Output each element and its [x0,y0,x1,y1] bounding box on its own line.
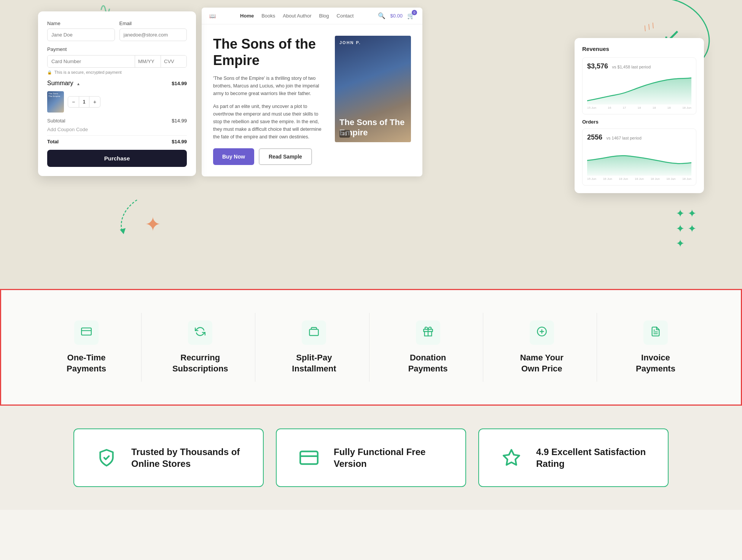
total-label: Total [47,139,59,144]
card-cvv-input[interactable] [161,56,186,67]
cart-badge: 0 [412,10,417,15]
divider [47,135,187,136]
donation-icon-wrap [416,320,440,345]
read-sample-button[interactable]: Read Sample [259,148,312,165]
purchase-button[interactable]: Purchase [47,150,187,167]
card-number-input[interactable] [48,56,135,67]
product-row: The SonsThe Empire − 1 + [47,91,187,113]
revenue-chart-labels: 15 Jun 16 17 18 18 18 18 Jun [587,106,691,109]
card-inputs [47,55,187,68]
revenue-title: Revenues [582,46,696,52]
shield-check-icon [93,444,120,471]
feature-name-recurring: RecurringSubscriptions [172,352,228,374]
feature-item-recurring[interactable]: RecurringSubscriptions [145,313,255,382]
book-cover-badge: #1 [339,130,350,138]
svg-rect-11 [300,452,318,464]
revenue-stat-box: $3,576 vs $1,458 last period 15 Jun 16 [582,57,696,114]
nav-books[interactable]: Books [261,13,275,19]
feature-name-invoice: InvoicePayments [636,352,675,374]
revenue-chart [587,74,691,105]
quantity-increase-button[interactable]: + [89,97,100,107]
book-desc-1: 'The Sons of the Empire' is a thrilling … [213,75,327,97]
orders-compare: vs 1467 last period [607,136,642,140]
secure-text: 🔒 This is a secure, encrypted payment [47,70,187,75]
trust-text-free: Fully Functional Free Version [334,446,446,470]
one-time-icon-wrap [74,320,99,345]
product-thumb-text: The SonsThe Empire [47,91,64,99]
subtotal-label: Subtotal [47,118,65,124]
summary-header: Summary ▲ $14.99 [47,80,187,87]
invoice-doc-icon [650,326,661,339]
nav-contact[interactable]: Contact [337,13,354,19]
feature-name-name-price: Name YourOwn Price [520,352,564,374]
card-mmyy-input[interactable] [135,56,161,67]
bookstore-card: 📖 Home Books About Author Blog Contact 🔍… [202,8,422,176]
trust-section: Trusted by Thousands of Online Stores Fu… [0,406,742,510]
email-input[interactable] [119,29,187,41]
trust-card-trusted: Trusted by Thousands of Online Stores [73,428,264,487]
trust-text-trusted: Trusted by Thousands of Online Stores [131,446,244,470]
nav-home[interactable]: Home [240,13,254,19]
hero-section: ↙ ✦ ✦ ✦✦ ✦✦ ∿ / / / Name Email Payment 🔒 [0,0,742,289]
feature-item-split-pay[interactable]: Split-PayInstallment [259,313,369,382]
feature-item-invoice[interactable]: InvoicePayments [601,313,710,382]
name-input[interactable] [47,29,115,41]
product-thumbnail: The SonsThe Empire [47,91,64,113]
book-desc-2: As part of an elite unit, they uncover a… [213,103,327,141]
nav-links: Home Books About Author Blog Contact [240,13,353,19]
svg-rect-1 [81,328,91,335]
feature-name-donation: DonationPayments [408,352,448,374]
dollar-circle-icon [537,326,547,339]
total-row: Total $14.99 [47,139,187,144]
trust-card-free: Fully Functional Free Version [276,428,466,487]
revenue-compare: vs $1,458 last period [612,65,651,69]
book-info: The Sons of the Empire 'The Sons of the … [213,36,327,165]
bookstore-nav: 📖 Home Books About Author Blog Contact 🔍… [202,8,422,24]
stack-icon [309,326,319,339]
bookstore-content: The Sons of the Empire 'The Sons of the … [202,24,422,176]
svg-rect-3 [310,329,318,335]
svg-marker-0 [120,228,126,234]
orders-chart-labels: 15 Jun 16 Jun 18 Jun 18 Jun 18 Jun 18 Ju… [587,177,691,181]
nav-blog[interactable]: Blog [319,13,329,19]
revenue-amount: $3,576 [587,62,608,70]
payment-section: Payment 🔒 This is a secure, encrypted pa… [47,46,187,75]
svg-marker-13 [503,450,519,465]
features-section: One-TimePayments RecurringSubscriptions [0,289,742,406]
payment-label: Payment [47,46,187,52]
trust-text-rating: 4.9 Excellent Satisfaction Rating [536,446,649,470]
feature-item-one-time[interactable]: One-TimePayments [32,313,142,382]
book-actions: Buy Now Read Sample [213,148,327,165]
orders-stat-box: 2556 vs 1467 last period 15 Jun 16 Jun [582,128,696,186]
summary-caret: ▲ [76,82,80,86]
search-icon[interactable]: 🔍 [378,12,385,19]
buy-now-button[interactable]: Buy Now [213,148,254,165]
credit-card-icon [81,326,92,339]
arrow-decoration [114,196,145,243]
feature-item-donation[interactable]: DonationPayments [373,313,483,382]
cart-icon-wrap[interactable]: 🛒 0 [407,12,415,19]
orders-chart [587,145,691,176]
nav-right: 🔍 $0.00 🛒 0 [378,12,415,19]
recurring-icon-wrap [188,320,212,345]
trust-card-rating: 4.9 Excellent Satisfaction Rating [478,428,669,487]
book-cover: JOHN P. The Sons of The Empire #1 [335,36,411,142]
nav-about[interactable]: About Author [283,13,311,19]
orders-amount: 2556 [587,133,602,141]
feature-name-one-time: One-TimePayments [67,352,106,374]
quantity-value: 1 [79,97,89,107]
feature-item-name-price[interactable]: Name YourOwn Price [487,313,597,382]
feature-name-split-pay: Split-PayInstallment [292,352,336,374]
summary-amount-header: $14.99 [172,81,187,86]
deco-star: ✦ [145,213,161,236]
refresh-icon [195,326,205,339]
quantity-control: − 1 + [68,96,100,108]
card-free-icon [296,444,322,471]
email-label: Email [119,21,187,26]
email-group: Email [119,21,187,41]
invoice-icon-wrap [643,320,668,345]
coupon-label[interactable]: Add Coupon Code [47,127,88,132]
coupon-row[interactable]: Add Coupon Code [47,127,187,132]
quantity-decrease-button[interactable]: − [68,97,79,107]
summary-label: Summary ▲ [47,80,80,87]
